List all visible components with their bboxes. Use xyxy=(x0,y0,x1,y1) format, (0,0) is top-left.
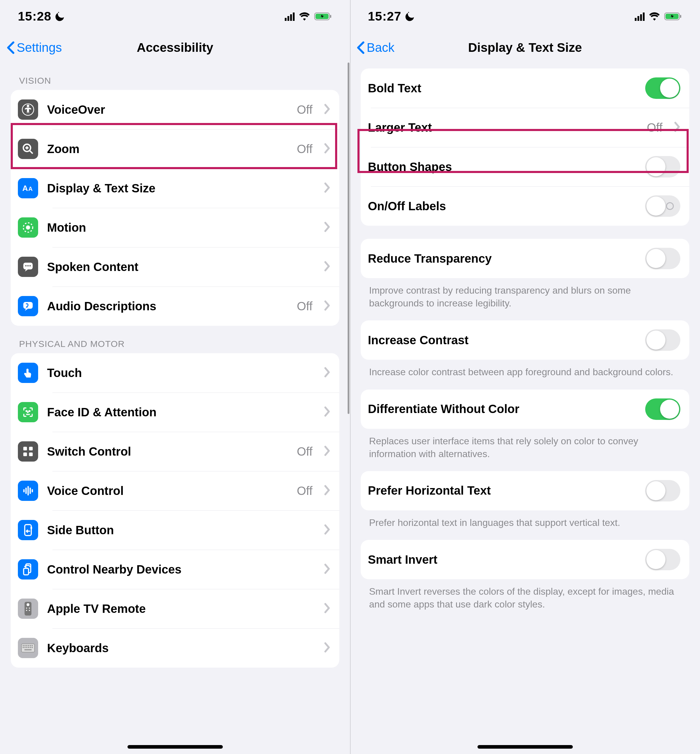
row-motion[interactable]: Motion xyxy=(11,208,339,247)
chevron-right-icon xyxy=(324,143,330,155)
nav-bar: Back Display & Text Size xyxy=(350,33,700,62)
toggle-button-shapes[interactable] xyxy=(645,156,680,178)
svg-point-37 xyxy=(26,610,27,611)
svg-rect-32 xyxy=(23,568,28,575)
svg-rect-21 xyxy=(29,447,33,450)
scrollbar[interactable] xyxy=(348,62,349,414)
row-label: Voice Control xyxy=(47,484,288,498)
row-spoken[interactable]: Spoken Content xyxy=(11,247,339,286)
chevron-right-icon xyxy=(324,603,330,615)
row-value: Off xyxy=(297,484,312,498)
row-sidebtn[interactable]: Side Button xyxy=(11,510,339,550)
row-button-shapes[interactable]: Button Shapes xyxy=(361,147,689,186)
svg-rect-49 xyxy=(28,647,29,648)
row-label: Keyboards xyxy=(47,642,315,655)
settings-group: Bold Text Larger TextOff Button Shapes O… xyxy=(361,69,689,226)
settings-group: Prefer Horizontal Text xyxy=(361,471,689,510)
row-larger-text[interactable]: Larger TextOff xyxy=(361,108,689,147)
row-value: Off xyxy=(297,142,312,156)
toggle-reduce-transparency[interactable] xyxy=(645,248,680,269)
toggle-smart-invert[interactable] xyxy=(645,549,680,570)
zoom-icon xyxy=(18,139,38,159)
chevron-right-icon xyxy=(324,367,330,379)
svg-point-12 xyxy=(27,226,30,229)
home-indicator[interactable] xyxy=(128,745,223,749)
page-title: Display & Text Size xyxy=(350,41,700,55)
back-button[interactable]: Settings xyxy=(6,41,62,55)
chevron-right-icon xyxy=(674,122,680,133)
row-tvremote[interactable]: Apple TV Remote xyxy=(11,589,339,628)
row-touch[interactable]: Touch xyxy=(11,353,339,392)
svg-point-14 xyxy=(25,265,27,267)
row-label: Larger Text xyxy=(368,121,638,134)
status-icons xyxy=(635,12,682,21)
svg-rect-27 xyxy=(30,488,31,494)
svg-line-6 xyxy=(30,150,33,154)
scroll-area[interactable]: Bold Text Larger TextOff Button Shapes O… xyxy=(350,62,700,754)
row-faceid[interactable]: Face ID & Attention xyxy=(11,392,339,432)
toggle-on-off-labels[interactable] xyxy=(645,195,680,217)
svg-rect-24 xyxy=(23,489,24,493)
svg-rect-40 xyxy=(23,645,24,646)
row-zoom[interactable]: Zoom Off xyxy=(11,129,339,169)
row-label: Motion xyxy=(47,221,315,234)
row-voicectrl[interactable]: Voice Control Off xyxy=(11,471,339,510)
svg-rect-52 xyxy=(24,649,31,650)
toggle-differentiate-without-color[interactable] xyxy=(645,398,680,420)
row-voiceover[interactable]: VoiceOver Off xyxy=(11,90,339,129)
settings-group: VoiceOver Off Zoom Off AA Display & Text… xyxy=(11,90,339,326)
chevron-right-icon xyxy=(324,261,330,273)
row-increase-contrast[interactable]: Increase Contrast xyxy=(361,320,689,360)
voicectrl-icon xyxy=(18,481,38,501)
row-nearby[interactable]: Control Nearby Devices xyxy=(11,550,339,589)
row-label: Touch xyxy=(47,366,315,380)
row-label: Smart Invert xyxy=(368,553,636,567)
row-on-off-labels[interactable]: On/Off Labels xyxy=(361,186,689,226)
svg-point-36 xyxy=(29,607,30,609)
back-button[interactable]: Back xyxy=(356,41,394,55)
svg-rect-22 xyxy=(23,453,27,456)
status-time: 15:27 xyxy=(368,9,414,23)
row-differentiate-without-color[interactable]: Differentiate Without Color xyxy=(361,390,689,429)
section-footer: Smart Invert reverses the colors of the … xyxy=(369,585,681,611)
toggle-bold-text[interactable] xyxy=(645,77,680,99)
svg-rect-26 xyxy=(27,486,28,495)
toggle-increase-contrast[interactable] xyxy=(645,329,680,351)
svg-rect-44 xyxy=(30,645,31,646)
signal-icon xyxy=(635,12,645,21)
textsize-icon: AA xyxy=(18,178,38,198)
svg-rect-46 xyxy=(23,647,24,648)
chevron-right-icon xyxy=(324,300,330,312)
row-audio[interactable]: Audio Descriptions Off xyxy=(11,286,339,326)
row-reduce-transparency[interactable]: Reduce Transparency xyxy=(361,239,689,278)
row-switch[interactable]: Switch Control Off xyxy=(11,432,339,471)
device-pair: 15:28 Settings Accessibility xyxy=(0,0,700,754)
voiceover-icon xyxy=(18,100,38,120)
row-prefer-horizontal-text[interactable]: Prefer Horizontal Text xyxy=(361,471,689,510)
row-bold-text[interactable]: Bold Text xyxy=(361,69,689,108)
settings-group: Reduce Transparency xyxy=(361,239,689,278)
svg-rect-51 xyxy=(31,647,33,648)
home-indicator[interactable] xyxy=(478,745,573,749)
svg-rect-42 xyxy=(26,645,27,646)
svg-point-16 xyxy=(30,265,31,267)
row-label: Side Button xyxy=(47,523,315,537)
row-label: Spoken Content xyxy=(47,260,315,274)
motion-icon xyxy=(18,217,38,237)
audio-icon xyxy=(18,296,38,316)
svg-point-35 xyxy=(26,607,27,609)
nav-bar: Settings Accessibility xyxy=(0,33,350,62)
svg-text:A: A xyxy=(28,186,33,192)
row-textsize[interactable]: AA Display & Text Size xyxy=(11,169,339,208)
row-smart-invert[interactable]: Smart Invert xyxy=(361,540,689,579)
row-keyboard[interactable]: Keyboards xyxy=(11,628,339,668)
scroll-area[interactable]: VISION VoiceOver Off Zoom Off AA Display… xyxy=(0,62,350,754)
toggle-prefer-horizontal-text[interactable] xyxy=(645,480,680,501)
row-label: Control Nearby Devices xyxy=(47,563,315,576)
row-label: Bold Text xyxy=(368,81,636,95)
settings-group: Increase Contrast xyxy=(361,320,689,360)
svg-rect-25 xyxy=(25,488,27,494)
settings-group: Smart Invert xyxy=(361,540,689,579)
status-bar: 15:27 xyxy=(350,0,700,33)
section-footer: Replaces user interface items that rely … xyxy=(369,435,681,461)
